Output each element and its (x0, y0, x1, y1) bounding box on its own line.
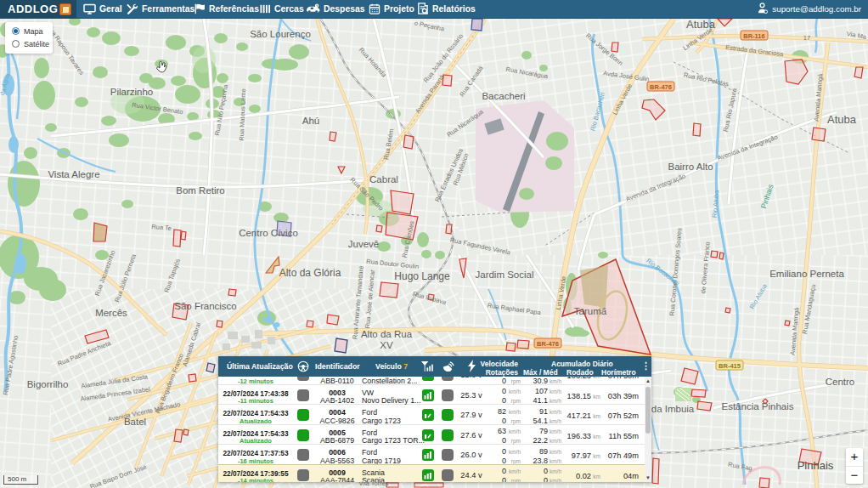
svg-text:São Francisco: São Francisco (174, 301, 237, 311)
svg-text:Estância Pinhais: Estância Pinhais (721, 401, 793, 411)
svg-text:Vista Alegre: Vista Alegre (48, 169, 99, 179)
svg-text:Hugo Lange: Hugo Lange (394, 270, 450, 282)
svg-text:17: 17 (803, 34, 810, 42)
svg-text:Mercês: Mercês (95, 308, 127, 318)
svg-text:BR-476: BR-476 (537, 340, 559, 348)
svg-text:Ahú: Ahú (302, 116, 319, 126)
svg-text:BR-415: BR-415 (719, 362, 741, 370)
svg-text:BR-116: BR-116 (743, 32, 764, 40)
svg-text:Jardim Social: Jardim Social (475, 270, 533, 280)
svg-text:Bom Retiro: Bom Retiro (176, 185, 225, 196)
svg-text:Juvevê: Juvevê (348, 239, 379, 249)
svg-text:BR-476: BR-476 (650, 83, 672, 91)
svg-text:Bairro Alto: Bairro Alto (668, 162, 713, 172)
svg-text:Centro: Centro (826, 377, 855, 387)
svg-text:Alto da Rua: Alto da Rua (361, 329, 413, 339)
svg-text:Alto da Glória: Alto da Glória (279, 267, 341, 279)
svg-text:Bigorrilho: Bigorrilho (27, 379, 69, 389)
svg-text:Pilarzinho: Pilarzinho (110, 87, 154, 97)
svg-text:Centro Cívico: Centro Cívico (239, 228, 298, 238)
svg-text:XV: XV (380, 340, 393, 350)
svg-text:São Lourenço: São Lourenço (250, 29, 311, 39)
svg-text:Cabral: Cabral (369, 174, 398, 184)
svg-text:Emiliano Perneta: Emiliano Perneta (769, 269, 844, 279)
svg-text:da Imbuia: da Imbuia (651, 404, 695, 414)
svg-text:Atuba: Atuba (827, 113, 857, 126)
svg-text:Atuba: Atuba (686, 18, 716, 31)
svg-text:Bacacheri: Bacacheri (482, 91, 525, 101)
svg-text:Tarumã: Tarumã (574, 306, 607, 316)
svg-text:Pinhais: Pinhais (798, 459, 834, 472)
